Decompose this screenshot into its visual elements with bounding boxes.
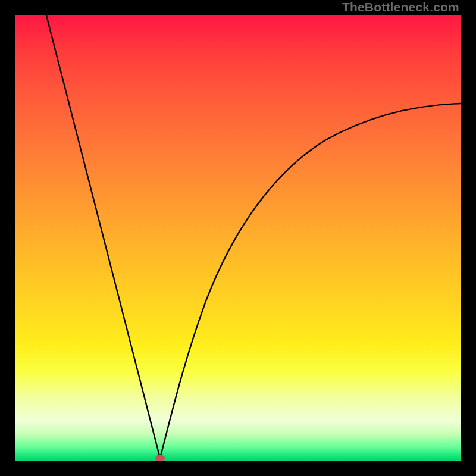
curve-right-branch [160,104,461,458]
curve-left-branch [46,15,160,458]
chart-frame: TheBottleneck.com [0,0,476,476]
bottleneck-curve [15,15,461,461]
plot-area [15,15,461,461]
watermark-text: TheBottleneck.com [342,0,459,14]
optimal-point-marker [155,455,165,461]
